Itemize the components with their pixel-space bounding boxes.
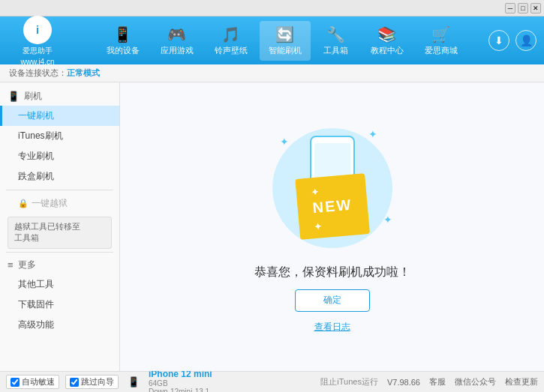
device-version: Down-12mini-13,1	[149, 388, 212, 393]
shop-label: 爱思商城	[425, 45, 458, 56]
sidebar-jailbreak-note: 越狱工具已转移至工具箱	[8, 217, 112, 249]
content-area: ✦ ✦ ✦ NEW 恭喜您，保资料刷机成功啦！ 确定 查看日志	[120, 82, 544, 371]
new-badge: NEW	[295, 173, 369, 240]
sidebar-flash-section: 📱 刷机 一键刷机 iTunes刷机 专业刷机 跌盒刷机	[0, 87, 119, 187]
status-value: 正常模式	[67, 67, 100, 79]
maximize-btn[interactable]: □	[518, 3, 528, 13]
nav-flash[interactable]: 🔄 智能刷机	[260, 21, 311, 61]
status-bar: 设备连接状态： 正常模式	[0, 64, 544, 82]
device-storage: 64GB	[149, 379, 212, 388]
skip-label: 跳过向导	[81, 376, 114, 388]
sidebar-pro-flash[interactable]: 专业刷机	[0, 146, 119, 166]
logo-circle: i	[23, 16, 52, 44]
logo: i 爱思助手 www.i4.cn	[8, 16, 68, 66]
sidebar-other-tools[interactable]: 其他工具	[0, 274, 119, 295]
sidebar-jailbreak: 🔒 一键越狱	[0, 193, 119, 214]
sparkle-icon-3: ✦	[383, 214, 392, 226]
more-section-icon: ≡	[8, 259, 14, 271]
skip-checkbox[interactable]	[70, 378, 79, 387]
success-title: 恭喜您，保资料刷机成功啦！	[254, 265, 410, 280]
user-btn[interactable]: 👤	[515, 30, 536, 51]
flash-label: 智能刷机	[269, 45, 302, 56]
main-area: 📱 刷机 一键刷机 iTunes刷机 专业刷机 跌盒刷机 🔒 一键越狱 越狱工具…	[0, 82, 544, 371]
device-info: iPhone 12 mini 64GB Down-12mini-13,1	[149, 369, 212, 393]
advanced-label: 高级功能	[18, 319, 54, 330]
bottom-right: 阻止iTunes运行 V7.98.66 客服 微信公众号 检查更新	[320, 376, 538, 388]
sidebar: 📱 刷机 一键刷机 iTunes刷机 专业刷机 跌盒刷机 🔒 一键越狱 越狱工具…	[0, 82, 120, 371]
nav-right: ⬇ 👤	[488, 30, 536, 51]
ringtone-icon: 🎵	[221, 25, 240, 43]
nav-toolbox[interactable]: 🔧 工具箱	[314, 21, 359, 61]
top-nav: i 爱思助手 www.i4.cn 📱 我的设备 🎮 应用游戏 🎵 铃声壁纸 🔄 …	[0, 16, 544, 64]
nav-tutorial[interactable]: 📚 教程中心	[362, 21, 413, 61]
lock-icon: 🔒	[18, 199, 29, 208]
minimize-btn[interactable]: ─	[505, 3, 515, 13]
bottom-bar: 自动敏速 跳过向导 📱 iPhone 12 mini 64GB Down-12m…	[0, 371, 544, 392]
toolbox-icon: 🔧	[326, 25, 345, 43]
tutorial-icon: 📚	[377, 25, 396, 43]
flash-section-icon: 📱	[8, 91, 20, 102]
box-flash-label: 跌盒刷机	[18, 171, 54, 181]
sidebar-more-header: ≡ 更多	[0, 256, 119, 274]
title-bar: ─ □ ✕	[0, 0, 544, 16]
auto-label: 自动敏速	[22, 376, 55, 388]
sparkle-icon-1: ✦	[280, 136, 289, 148]
sidebar-flash-label: 刷机	[24, 90, 42, 103]
secondary-link[interactable]: 查看日志	[314, 321, 350, 334]
auto-checkbox[interactable]	[11, 378, 20, 387]
update-link[interactable]: 检查更新	[505, 376, 538, 388]
checkbox-skip[interactable]: 跳过向导	[65, 375, 119, 389]
nav-ringtone[interactable]: 🎵 铃声壁纸	[206, 21, 257, 61]
my-device-label: 我的设备	[107, 45, 140, 56]
sidebar-itunes-flash[interactable]: iTunes刷机	[0, 126, 119, 146]
bottom-left: 自动敏速 跳过向导 📱 iPhone 12 mini 64GB Down-12m…	[6, 369, 212, 393]
sidebar-flash-header: 📱 刷机	[0, 87, 119, 106]
sidebar-more-section: ≡ 更多 其他工具 下载固件 高级功能	[0, 256, 119, 335]
close-btn[interactable]: ✕	[530, 3, 541, 13]
onekey-flash-label: 一键刷机	[18, 110, 54, 121]
device-phone-icon: 📱	[128, 376, 140, 388]
success-panel: ✦ ✦ ✦ NEW 恭喜您，保资料刷机成功啦！ 确定 查看日志	[254, 121, 410, 334]
my-device-icon: 📱	[113, 25, 132, 43]
flash-icon: 🔄	[275, 25, 294, 43]
nav-shop[interactable]: 🛒 爱思商城	[416, 21, 467, 61]
wechat-link[interactable]: 微信公众号	[455, 376, 496, 388]
support-link[interactable]: 客服	[429, 376, 446, 388]
version-label: V7.98.66	[387, 378, 420, 387]
confirm-button[interactable]: 确定	[295, 289, 370, 312]
jailbreak-label: 一键越狱	[32, 197, 68, 210]
download-btn[interactable]: ⬇	[488, 30, 509, 51]
sidebar-divider-2	[6, 252, 113, 253]
pro-flash-label: 专业刷机	[18, 151, 54, 161]
itunes-status[interactable]: 阻止iTunes运行	[320, 376, 378, 388]
sidebar-download-firmware[interactable]: 下载固件	[0, 295, 119, 315]
status-label: 设备连接状态：	[9, 67, 67, 79]
logo-url: www.i4.cn	[20, 58, 54, 66]
toolbox-label: 工具箱	[323, 45, 348, 56]
sparkle-icon-2: ✦	[368, 128, 377, 140]
nav-items: 📱 我的设备 🎮 应用游戏 🎵 铃声壁纸 🔄 智能刷机 🔧 工具箱 📚 教程中心…	[75, 21, 488, 61]
sidebar-box-flash[interactable]: 跌盒刷机	[0, 166, 119, 187]
jailbreak-note-text: 越狱工具已转移至工具箱	[14, 222, 80, 242]
nav-my-device[interactable]: 📱 我的设备	[98, 21, 149, 61]
nav-apps[interactable]: 🎮 应用游戏	[152, 21, 203, 61]
checkbox-auto[interactable]: 自动敏速	[6, 375, 59, 389]
sidebar-divider-1	[6, 190, 113, 190]
tutorial-label: 教程中心	[371, 45, 404, 56]
sidebar-advanced[interactable]: 高级功能	[0, 315, 119, 335]
logo-symbol: i	[36, 24, 39, 36]
apps-label: 应用游戏	[161, 45, 194, 56]
shop-icon: 🛒	[431, 25, 450, 43]
itunes-flash-label: iTunes刷机	[18, 130, 63, 141]
sidebar-onekey-flash[interactable]: 一键刷机	[0, 106, 119, 126]
other-tools-label: 其他工具	[18, 279, 54, 289]
apps-icon: 🎮	[167, 25, 186, 43]
phone-illustration: ✦ ✦ ✦ NEW	[265, 121, 400, 256]
ringtone-label: 铃声壁纸	[215, 45, 248, 56]
logo-name: 爱思助手	[23, 46, 53, 56]
window-controls[interactable]: ─ □ ✕	[505, 3, 541, 13]
download-firmware-label: 下载固件	[18, 299, 54, 310]
sidebar-more-label: 更多	[18, 259, 36, 271]
